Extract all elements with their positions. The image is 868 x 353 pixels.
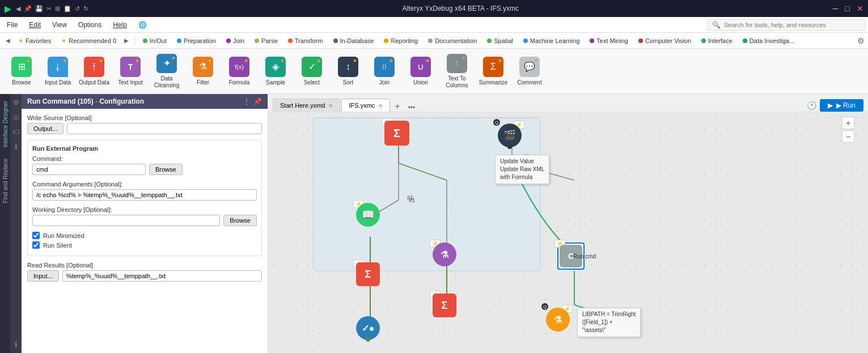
catbar-interface[interactable]: Interface <box>697 36 737 46</box>
titlebar-save-btn[interactable]: 💾 <box>35 5 43 12</box>
catbar-recommended[interactable]: ★ Recommended 0 <box>57 36 121 46</box>
window-controls: ─ □ ✕ <box>833 4 863 13</box>
catbar-indatabase[interactable]: In-Database <box>329 36 379 46</box>
node-flask[interactable]: ⚡ ⚗ <box>433 243 456 266</box>
node-film[interactable]: Q ⚡ 🎬 <box>498 124 522 147</box>
menu-view[interactable]: View <box>48 19 71 31</box>
catbar-next[interactable]: ▶ <box>122 36 131 45</box>
tool-outputdata[interactable]: ⭱ ★ Output Data <box>77 52 111 91</box>
tool-comment[interactable]: 💬 ★ Comment <box>513 52 547 91</box>
tool-select[interactable]: ✓ ★ Select <box>295 52 329 91</box>
menu-help[interactable]: Help <box>108 19 132 31</box>
tool-summarize[interactable]: Σ ★ Summarize <box>476 52 510 91</box>
tool-browse[interactable]: ⊞ ★ Browse <box>5 52 39 91</box>
tab-more-button[interactable]: ••• <box>405 104 419 112</box>
config-pin-btn[interactable]: 📌 <box>253 97 262 105</box>
config-menu-btn[interactable]: ⋮ <box>243 97 250 105</box>
node-summarize3[interactable]: ⚡ Σ <box>433 294 456 317</box>
catbar-join[interactable]: Join <box>222 36 249 46</box>
write-source-input[interactable] <box>67 123 262 134</box>
titlebar-copy-btn[interactable]: ⊞ <box>55 5 60 12</box>
command-input[interactable] <box>32 164 146 175</box>
catbar-reporting[interactable]: Reporting <box>379 36 422 46</box>
bottom-info-icon[interactable]: ℹ <box>15 341 18 348</box>
catbar-computervision[interactable]: Computer Vision <box>634 36 696 46</box>
history-button[interactable]: 🕐 <box>807 101 816 110</box>
node-summarize2[interactable]: ⚡ Σ <box>356 262 380 286</box>
location-icon[interactable]: ◎ <box>13 113 19 121</box>
tab-ifs-close[interactable]: ✕ <box>378 103 383 109</box>
tab-starthere[interactable]: Start Here.yxmd ✕ <box>273 99 340 112</box>
catbar-datainvestiga[interactable]: Data Investiga... <box>738 36 799 46</box>
browse-button[interactable]: Browse <box>149 164 183 175</box>
catbar-spatial[interactable]: Spatial <box>482 36 518 46</box>
info-icon[interactable]: ℹ <box>15 143 18 151</box>
catbar-documentation[interactable]: Documentation <box>424 36 481 46</box>
catbar-ml[interactable]: Machine Learning <box>519 36 584 46</box>
node-runcmd[interactable]: ⚡ C Run cmd <box>557 243 585 270</box>
textinput-star: ★ <box>135 58 139 63</box>
catbar-settings-btn[interactable]: ⚙ <box>857 36 865 45</box>
tool-union[interactable]: ∪ ★ Union <box>404 52 438 91</box>
titlebar-pin-btn[interactable]: 📌 <box>24 5 32 12</box>
gear-icon[interactable]: ⚙ <box>13 99 19 107</box>
titlebar-cut-btn[interactable]: ✂ <box>46 5 52 12</box>
tab-starthere-close[interactable]: ✕ <box>328 103 333 109</box>
run-minimized-checkbox[interactable] <box>32 232 40 239</box>
node-summarize-top[interactable]: ⚡ Σ <box>384 121 409 146</box>
canvas[interactable]: #1 #1 ⚡ Σ ⚡ 📖 <box>268 112 868 353</box>
catbar-textmining[interactable]: Text Mining <box>585 36 633 46</box>
menu-options[interactable]: Options <box>74 19 106 31</box>
catbar-transform[interactable]: Transform <box>283 36 328 46</box>
tab-add-button[interactable]: + <box>391 101 403 112</box>
tool-formula[interactable]: f(x) ★ Formula <box>222 52 256 91</box>
maximize-button[interactable]: □ <box>845 4 850 13</box>
node-check[interactable]: ✓● <box>356 316 380 340</box>
tool-inputdata[interactable]: ⭳ ★ Input Data <box>41 52 75 91</box>
run-button[interactable]: ▶ ▶ Run <box>820 99 863 112</box>
tool-join[interactable]: ⟨⟩ ★ Join <box>367 52 401 91</box>
zoom-in-button[interactable]: + <box>842 117 854 129</box>
run-silent-checkbox[interactable] <box>32 241 40 249</box>
browse2-button[interactable]: Browse <box>223 215 257 226</box>
close-button[interactable]: ✕ <box>857 4 863 13</box>
tool-textinput[interactable]: T ★ Text Input <box>113 52 147 91</box>
catbar-documentation-label: Documentation <box>435 37 477 44</box>
search-input[interactable] <box>724 22 861 28</box>
catbar-indatabase-label: In-Database <box>340 37 374 44</box>
output-button[interactable]: Output... <box>27 123 63 134</box>
zoom-out-button[interactable]: − <box>842 130 854 143</box>
input-button[interactable]: Input... <box>27 270 59 282</box>
catbar-preparation[interactable]: Preparation <box>172 36 221 46</box>
workingdir-input[interactable] <box>32 215 220 226</box>
args-input[interactable] <box>32 189 257 201</box>
menu-globe[interactable]: 🌐 <box>134 19 151 31</box>
documentation-dot <box>428 39 433 43</box>
node-book[interactable]: ⚡ 📖 <box>356 203 380 227</box>
titlebar-undo-btn[interactable]: ↺ <box>75 5 80 12</box>
catbar-parse[interactable]: Parse <box>250 36 282 46</box>
catbar-ml-label: Machine Learning <box>530 37 579 44</box>
interface-designer-tab[interactable]: Interface Designer <box>1 96 10 152</box>
titlebar-redo-btn[interactable]: ↻ <box>83 5 88 12</box>
minimize-button[interactable]: ─ <box>833 4 839 13</box>
catbar-inout[interactable]: In/Out <box>138 36 171 46</box>
inputdata-label: Input Data <box>45 79 71 86</box>
connector-label-1: #1 <box>409 197 415 203</box>
catbar-favorites[interactable]: ★ Favorites <box>14 36 56 46</box>
titlebar-back-btn[interactable]: ◀ <box>16 5 20 12</box>
tool-datacleansing[interactable]: ✦ ★ Data Cleansing <box>150 52 184 91</box>
node-formula[interactable]: Q ⚡ ⚗ <box>546 308 570 331</box>
tool-filter[interactable]: ⚗ ★ Filter <box>186 52 220 91</box>
read-results-input[interactable] <box>62 270 262 282</box>
tool-sample[interactable]: ◈ ★ Sample <box>259 52 293 91</box>
tool-texttocolumns[interactable]: ⫶ ★ Text To Columns <box>440 52 474 91</box>
tab-ifs[interactable]: IFS.yxmc ✕ <box>341 99 390 112</box>
tool-sort[interactable]: ↕ ★ Sort <box>331 52 365 91</box>
catbar-prev[interactable]: ◀ <box>3 36 12 45</box>
menu-edit[interactable]: Edit <box>24 19 45 31</box>
menu-file[interactable]: File <box>2 19 22 31</box>
find-replace-tab[interactable]: Find and Replace <box>1 154 10 207</box>
tag-icon[interactable]: 🏷 <box>12 128 19 136</box>
titlebar-paste-btn[interactable]: 📋 <box>63 5 71 12</box>
